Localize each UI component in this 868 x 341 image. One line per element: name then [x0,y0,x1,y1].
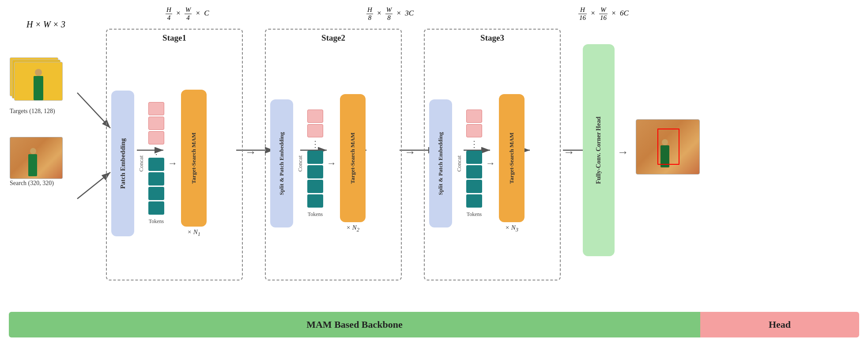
token-pink-2b [307,124,323,137]
token-teal-3c [466,180,482,193]
targets-label-text: Targets (128, 128) [10,108,55,114]
tokens-label-3: Tokens [467,211,482,218]
stage3-box: Stage3 Split & Patch Embedding Concat ⋮ … [424,29,561,280]
mam-wrap-2: Target-Search MAM × N2 [340,94,366,233]
token-teal-2a [307,151,323,164]
arrow-s2-s3: → [404,146,416,159]
mam-wrap-1: Target-Search MAM × N1 [181,90,207,238]
targets-label: Targets (128, 128) [10,108,67,115]
token-teal-1c [148,187,164,200]
patch-embedding-block-1: Patch Embedding [111,91,134,236]
mam-block-3: Target-Search MAM [499,94,525,222]
token-teal-3a [466,151,482,164]
input-section: Targets (128, 128) Search (320, 320) [10,57,67,187]
output-image [636,119,700,174]
split-embed-label-3: Split & Patch Embedding [437,132,445,195]
search-label-text: Search (320, 320) [10,180,54,186]
fc-head-label: Fully-Conv. Corner Head [595,117,603,184]
head-bar-label: Head [769,319,791,330]
svg-line-2 [77,172,110,199]
bottom-bar: MAM Based Backbone Head [9,312,859,337]
concat-label-2: Concat [297,155,304,172]
arrow-to-mam-2: → [327,158,336,169]
mam-label-2: Target-Search MAM [349,133,357,184]
search-image-group: Search (320, 320) [10,137,63,187]
split-embed-label-2: Split & Patch Embedding [278,132,286,195]
xn-label-3: × N3 [505,224,518,233]
concat-label-1: Concat [138,155,145,172]
token-teal-2b [307,165,323,178]
token-teal-1d [148,201,164,215]
tokens-label-2: Tokens [308,211,323,218]
tokens-col-1: ⋮ Tokens [148,102,164,225]
output-bbox [657,129,679,165]
token-teal-1a [148,158,164,171]
arrow-s1-s2: → [245,146,257,159]
token-pink-1a [148,102,164,115]
split-embed-block-2: Split & Patch Embedding [270,99,293,227]
token-pink-1c [148,131,164,144]
formula-stage2: H 8 × W 8 × 3C [366,6,414,22]
token-pink-1b [148,117,164,130]
formula-stage1-text: H 4 × W 4 × C [166,9,209,17]
tokens-label-1: Tokens [149,218,164,225]
xn-label-2: × N2 [346,224,359,233]
stage2-box: Stage2 Split & Patch Embedding Concat ⋮ [265,29,402,280]
mam-wrap-3: Target-Search MAM × N3 [499,94,525,233]
stage1-label: Stage1 [162,33,186,43]
stage2-label: Stage2 [321,33,345,43]
token-pink-2a [307,110,323,123]
svg-line-1 [77,93,110,128]
arrow-s3-head: → [563,146,575,159]
diagram-container: MAM Based Backbone Head H × W × 3 H 4 × [0,0,868,341]
split-embed-block-3: Split & Patch Embedding [429,99,452,227]
arrow-to-mam-1: → [168,158,177,169]
token-dots-1: ⋮ [152,147,161,155]
formula-stage3-text: H 16 × W 16 × 6C [578,9,629,17]
tokens-col-2: ⋮ Tokens [307,110,323,218]
tokens-col-3: ⋮ Tokens [466,110,482,218]
arrow-head-out: → [617,146,629,159]
token-teal-1b [148,172,164,186]
token-teal-2d [307,194,323,208]
mam-block-2: Target-Search MAM [340,94,366,222]
formula-hw3-text: H × W × 3 [26,19,65,29]
search-label: Search (320, 320) [10,180,63,187]
concat-label-3: Concat [456,155,463,172]
formula-stage2-text: H 8 × W 8 × 3C [366,9,414,17]
formula-stage1: H 4 × W 4 × C [166,6,209,22]
formula-hw3: H × W × 3 [26,19,65,30]
backbone-label: MAM Based Backbone [306,319,403,330]
fc-head-block: Fully-Conv. Corner Head [583,44,615,256]
xn-label-1: × N1 [187,228,200,238]
stage3-label: Stage3 [480,33,504,43]
head-bar: Head [700,312,859,337]
token-pink-3b [466,124,482,137]
stage1-box: Stage1 Patch Embedding Concat ⋮ [106,29,243,280]
token-teal-2c [307,180,323,193]
backbone-bar: MAM Based Backbone [9,312,700,337]
token-pink-3a [466,110,482,123]
token-teal-3b [466,165,482,178]
mam-label-3: Target-Search MAM [508,133,516,184]
formula-stage3: H 16 × W 16 × 6C [578,6,629,22]
target-image-group: Targets (128, 128) [10,57,67,115]
mam-block-1: Target-Search MAM [181,90,207,227]
mam-label-1: Target-Search MAM [190,133,198,184]
token-dots-2: ⋮ [311,140,320,148]
token-teal-3d [466,194,482,208]
token-dots-3: ⋮ [470,140,479,148]
arrow-to-mam-3: → [486,158,495,169]
patch-embedding-label-1: Patch Embedding [119,138,127,189]
